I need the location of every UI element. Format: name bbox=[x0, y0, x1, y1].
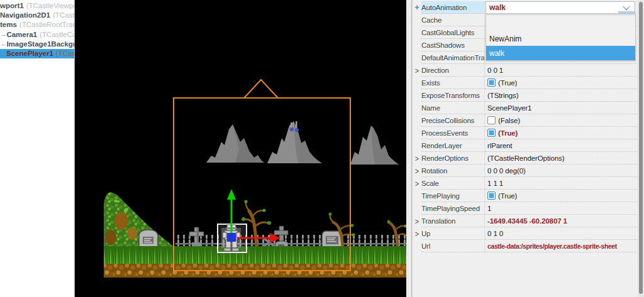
tree-item-tems[interactable]: tems(TCastleRootTransform) bbox=[0, 20, 74, 30]
property-name[interactable]: CastShadows bbox=[421, 39, 485, 51]
gutter-spacer bbox=[413, 14, 421, 26]
expand-chevron-icon[interactable]: > bbox=[413, 152, 421, 165]
gutter-spacer bbox=[413, 26, 421, 39]
property-name[interactable]: AutoAnimation bbox=[421, 1, 485, 14]
property-value[interactable]: rlParent bbox=[485, 139, 638, 152]
expand-chevron-icon[interactable]: > bbox=[413, 227, 421, 240]
autoanimation-value: walk bbox=[489, 3, 506, 12]
value-text: (TStrings) bbox=[487, 92, 518, 99]
value-text: 0 0 1 bbox=[487, 67, 503, 74]
property-name[interactable]: PreciseCollisions bbox=[421, 114, 485, 127]
property-name[interactable]: TimePlaying bbox=[421, 190, 485, 202]
property-name[interactable]: TimePlayingSpeed bbox=[421, 202, 485, 215]
checkbox-checked-icon[interactable] bbox=[487, 129, 496, 137]
property-value[interactable]: 0 0 0 deg(0) bbox=[485, 165, 638, 177]
property-value[interactable]: (True) bbox=[485, 77, 638, 89]
property-value[interactable]: 0 1 0 bbox=[485, 227, 638, 240]
castle-editor-window: wport1(TCastleViewport)Navigation2D1(TCa… bbox=[0, 0, 644, 297]
property-value[interactable]: -1649.43445 -60.20807 1 bbox=[485, 215, 638, 227]
tree-item-name: Camera1 bbox=[6, 31, 37, 38]
value-text: 1 bbox=[487, 205, 491, 212]
checkbox-state-text: (False) bbox=[498, 117, 520, 124]
gutter-spacer bbox=[413, 114, 421, 127]
property-name[interactable]: ExposeTransforms bbox=[421, 89, 485, 102]
checkbox-state-text: (True) bbox=[498, 192, 517, 200]
expand-chevron-icon[interactable]: > bbox=[413, 165, 421, 177]
gutter-spacer bbox=[413, 89, 421, 102]
property-value[interactable]: castle-data:/sprites/player.castle-sprit… bbox=[485, 240, 638, 252]
selected-row-marker-icon: + bbox=[413, 1, 421, 14]
property-value[interactable]: ScenePlayer1 bbox=[485, 102, 638, 114]
property-name[interactable]: RenderOptions bbox=[421, 152, 485, 165]
tree-item-sceneplayer1[interactable]: ScenePlayer1(TCastleScene) bbox=[0, 49, 74, 58]
design-viewport[interactable] bbox=[75, 0, 406, 297]
property-row-url: Urlcastle-data:/sprites/player.castle-sp… bbox=[413, 240, 638, 252]
scrollbar-thumb[interactable] bbox=[639, 2, 643, 294]
property-value[interactable]: (True) bbox=[485, 190, 638, 202]
property-name[interactable]: Cache bbox=[421, 14, 485, 26]
property-value[interactable]: (TStrings) bbox=[485, 89, 638, 102]
checkbox-checked-icon[interactable] bbox=[487, 192, 496, 200]
gutter-spacer bbox=[413, 51, 421, 64]
property-name[interactable]: CastGlobalLights bbox=[421, 26, 485, 39]
value-text: rlParent bbox=[487, 142, 512, 149]
expand-chevron-icon[interactable]: > bbox=[413, 177, 421, 190]
property-value[interactable]: 1 bbox=[485, 202, 638, 215]
tree-item-name: ScenePlayer1 bbox=[6, 50, 53, 57]
tree-item-name: wport1 bbox=[0, 2, 24, 9]
property-name[interactable]: ProcessEvents bbox=[421, 127, 485, 139]
property-name[interactable]: Translation bbox=[421, 215, 485, 227]
property-name[interactable]: Exists bbox=[421, 77, 485, 89]
gutter-spacer bbox=[413, 240, 421, 252]
gutter-spacer bbox=[413, 77, 421, 89]
property-name[interactable]: Rotation bbox=[421, 165, 485, 177]
dropdown-option-empty[interactable] bbox=[486, 15, 635, 31]
tree-item-class: (TCastleScene) bbox=[56, 50, 74, 57]
tree-item-name: Navigation2D1 bbox=[0, 11, 50, 19]
property-row-timeplaying: TimePlaying(True) bbox=[413, 190, 638, 202]
property-name[interactable]: RenderLayer bbox=[421, 139, 485, 152]
property-row-scale: >Scale1 1 1 bbox=[413, 177, 638, 190]
property-row-up: >Up0 1 0 bbox=[413, 227, 638, 240]
checkbox-checked-icon[interactable] bbox=[487, 78, 496, 87]
value-text: -1649.43445 -60.20807 1 bbox=[487, 217, 567, 225]
property-row-exists: Exists(True) bbox=[413, 77, 638, 89]
property-value[interactable]: (TCastleRenderOptions) bbox=[485, 152, 638, 165]
property-row-precisecollisions: PreciseCollisions(False) bbox=[413, 114, 638, 127]
panel-splitter[interactable] bbox=[406, 0, 412, 297]
tree-item-camera1[interactable]: –Camera1(TCastleCamera) bbox=[0, 30, 74, 40]
checkbox-state-text: (True) bbox=[498, 79, 517, 87]
tree-item-imagestage1background[interactable]: –ImageStage1Background bbox=[0, 40, 74, 49]
property-value[interactable]: 0 0 1 bbox=[485, 64, 638, 77]
checkbox-unchecked-icon[interactable] bbox=[487, 116, 496, 124]
value-text: ScenePlayer1 bbox=[487, 104, 531, 112]
tree-item-name: tems bbox=[0, 21, 17, 28]
tree-item-navigation2d1[interactable]: Navigation2D1(TCastle2DNavigation) bbox=[0, 11, 74, 20]
property-name[interactable]: Scale bbox=[421, 177, 485, 190]
property-row-exposetransforms: ExposeTransforms(TStrings) bbox=[413, 89, 638, 102]
object-inspector: +AutoAnimationCacheCastGlobalLightsCastS… bbox=[412, 0, 644, 297]
property-name[interactable]: Url bbox=[421, 240, 485, 252]
gutter-spacer bbox=[413, 102, 421, 114]
property-value[interactable]: (False) bbox=[485, 114, 638, 127]
gutter-spacer bbox=[413, 139, 421, 152]
checkbox-state-text: (True) bbox=[498, 129, 518, 137]
gutter-spacer bbox=[413, 190, 421, 202]
expand-chevron-icon[interactable]: > bbox=[413, 215, 421, 227]
property-row-rotation: >Rotation0 0 0 deg(0) bbox=[413, 165, 638, 177]
property-name[interactable]: Direction bbox=[421, 64, 485, 77]
property-value[interactable]: (True) bbox=[485, 127, 638, 139]
value-text: castle-data:/sprites/player.castle-sprit… bbox=[487, 242, 617, 250]
property-name[interactable]: Up bbox=[421, 227, 485, 240]
property-value[interactable]: 1 1 1 bbox=[485, 177, 638, 190]
autoanimation-combobox[interactable]: walk bbox=[486, 1, 635, 14]
inspector-scrollbar[interactable] bbox=[638, 0, 644, 297]
expand-chevron-icon[interactable]: > bbox=[413, 64, 421, 77]
pivot-handle[interactable] bbox=[227, 233, 236, 242]
property-name[interactable]: Name bbox=[421, 102, 485, 114]
dropdown-option-newanim[interactable]: NewAnim bbox=[486, 31, 635, 46]
property-row-name: NameScenePlayer1 bbox=[413, 102, 638, 114]
property-name[interactable]: DefaultAnimationTransition bbox=[421, 51, 485, 64]
dropdown-option-walk[interactable]: walk bbox=[486, 46, 635, 60]
tree-item-wport1[interactable]: wport1(TCastleViewport) bbox=[0, 1, 74, 11]
